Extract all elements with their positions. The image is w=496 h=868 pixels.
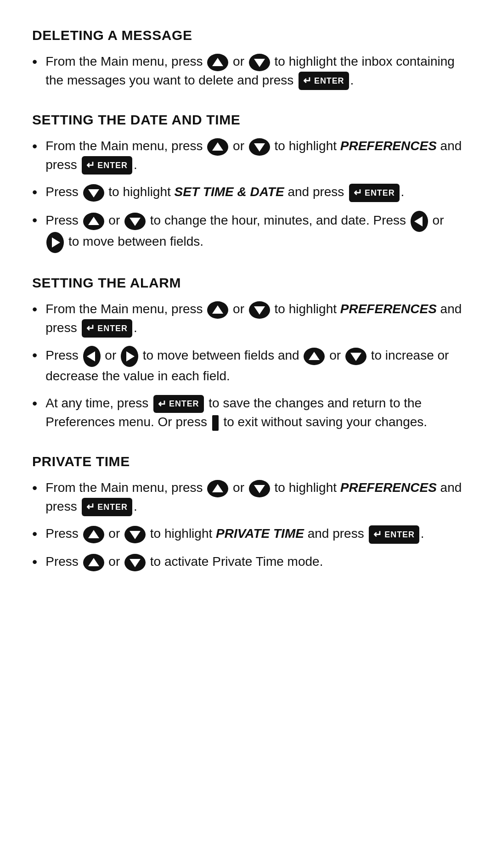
- bullet-dot: •: [32, 51, 37, 72]
- section-title-private-time: PRIVATE TIME: [32, 454, 464, 469]
- list-item: • Press to highlight SET TIME & DATE and…: [32, 183, 464, 203]
- bullet-list-date-time: • From the Main menu, press or to highli…: [32, 137, 464, 253]
- section-title-deleting: DELETING A MESSAGE: [32, 28, 464, 43]
- bullet-list-deleting: • From the Main menu, press or to highli…: [32, 52, 464, 90]
- bullet-text: From the Main menu, press or to highligh…: [45, 137, 464, 175]
- list-item: • From the Main menu, press or to highli…: [32, 52, 464, 90]
- page-content: DELETING A MESSAGE • From the Main menu,…: [32, 28, 464, 572]
- enter-button: ↵ENTER: [299, 72, 349, 90]
- section-private-time: PRIVATE TIME • From the Main menu, press…: [32, 454, 464, 572]
- bullet-text: From the Main menu, press or to highligh…: [45, 479, 464, 516]
- list-item: • From the Main menu, press or to highli…: [32, 300, 464, 338]
- bullet-text: Press or to activate Private Time mode.: [45, 552, 464, 571]
- bullet-text: Press or to highlight PRIVATE TIME and p…: [45, 524, 464, 544]
- bullet-text: Press or to move between fields and or t…: [45, 346, 464, 386]
- list-item: • At any time, press ↵ENTER to save the …: [32, 394, 464, 432]
- bullet-dot: •: [32, 345, 37, 366]
- bullet-dot: •: [32, 552, 37, 572]
- enter-button: ↵ENTER: [153, 395, 203, 413]
- stop-button: [212, 415, 219, 431]
- section-title-date-time: SETTING THE DATE AND TIME: [32, 112, 464, 128]
- enter-button: ↵ENTER: [82, 156, 132, 175]
- section-setting-date-time: SETTING THE DATE AND TIME • From the Mai…: [32, 112, 464, 253]
- bullet-dot: •: [32, 182, 37, 203]
- section-title-alarm: SETTING THE ALARM: [32, 275, 464, 291]
- list-item: • Press or to change the hour, minutes, …: [32, 211, 464, 253]
- section-deleting-message: DELETING A MESSAGE • From the Main menu,…: [32, 28, 464, 90]
- bullet-text: From the Main menu, press or to highligh…: [45, 300, 464, 338]
- enter-button: ↵ENTER: [369, 525, 419, 544]
- enter-button: ↵ENTER: [349, 184, 399, 202]
- bullet-dot: •: [32, 136, 37, 157]
- list-item: • Press or to highlight PRIVATE TIME and…: [32, 524, 464, 544]
- bullet-text: Press to highlight SET TIME & DATE and p…: [45, 183, 464, 202]
- bullet-dot: •: [32, 210, 37, 231]
- bullet-list-private-time: • From the Main menu, press or to highli…: [32, 479, 464, 572]
- bullet-text: From the Main menu, press or to highligh…: [45, 52, 464, 90]
- list-item: • Press or to move between fields and or…: [32, 346, 464, 386]
- bullet-list-alarm: • From the Main menu, press or to highli…: [32, 300, 464, 432]
- bullet-text: Press or to change the hour, minutes, an…: [45, 211, 464, 253]
- bullet-dot: •: [32, 524, 37, 544]
- list-item: • Press or to activate Private Time mode…: [32, 552, 464, 572]
- bullet-dot: •: [32, 299, 37, 320]
- section-setting-alarm: SETTING THE ALARM • From the Main menu, …: [32, 275, 464, 432]
- enter-button: ↵ENTER: [82, 498, 132, 516]
- bullet-dot: •: [32, 478, 37, 498]
- bullet-dot: •: [32, 393, 37, 414]
- list-item: • From the Main menu, press or to highli…: [32, 137, 464, 175]
- enter-button: ↵ENTER: [82, 319, 132, 338]
- bullet-text: At any time, press ↵ENTER to save the ch…: [45, 394, 464, 432]
- list-item: • From the Main menu, press or to highli…: [32, 479, 464, 516]
